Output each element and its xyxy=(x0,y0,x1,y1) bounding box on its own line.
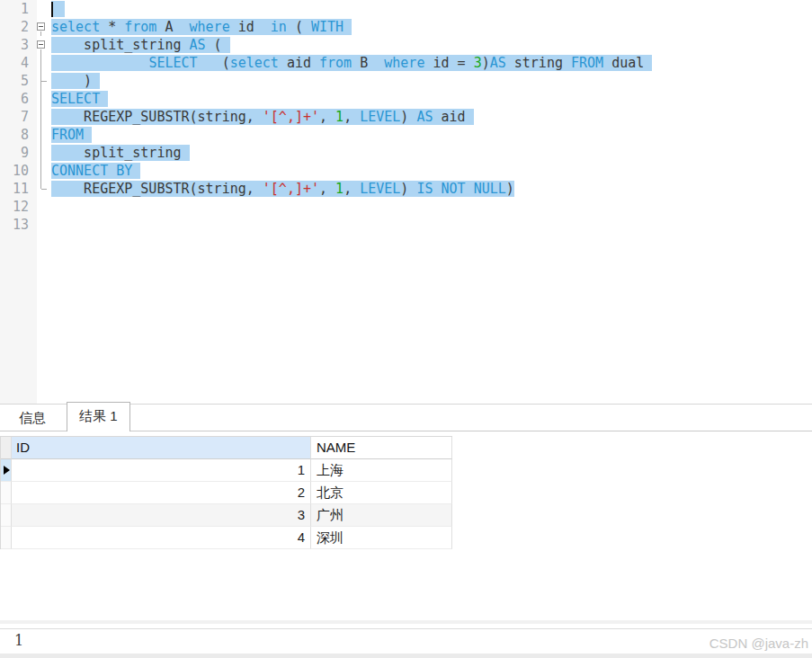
code-line[interactable]: 11 REGEXP_SUBSTR(string, '[^,]+', 1, LEV… xyxy=(0,180,812,198)
cell-name[interactable]: 上海 xyxy=(311,459,452,482)
cell-id[interactable]: 2 xyxy=(12,482,311,504)
code-line[interactable]: 9 split_string xyxy=(0,144,812,162)
fold-guide xyxy=(34,162,48,180)
fold-guide xyxy=(34,0,48,18)
code-text: REGEXP_SUBSTR(string, '[^,]+', 1, LEVEL)… xyxy=(48,180,514,198)
code-text: select * from A where id in ( WITH xyxy=(48,18,352,36)
fold-guide xyxy=(34,72,48,90)
watermark-text: CSDN @java-zh xyxy=(709,636,808,651)
fold-guide xyxy=(34,144,48,162)
grid-header-stub xyxy=(1,437,12,459)
fold-toggle-icon[interactable] xyxy=(34,36,48,54)
code-line[interactable]: 5 ) xyxy=(0,72,812,90)
code-text: FROM xyxy=(48,126,92,144)
code-line[interactable]: 3 split_string AS ( xyxy=(0,36,812,54)
line-number: 5 xyxy=(0,72,34,90)
status-divider xyxy=(0,628,812,629)
fold-guide xyxy=(34,216,48,234)
code-text xyxy=(48,0,65,18)
code-text xyxy=(48,198,51,216)
line-number: 13 xyxy=(0,216,34,234)
row-selector[interactable] xyxy=(1,459,12,482)
result-grid: ID NAME 1上海2北京3广州4深圳 xyxy=(0,436,452,549)
code-area[interactable]: 12select * from A where id in ( WITH 3 s… xyxy=(0,0,812,234)
code-line[interactable]: 10CONNECT BY xyxy=(0,162,812,180)
code-line[interactable]: 4 SELECT (select aid from B where id = 3… xyxy=(0,54,812,72)
cell-name[interactable]: 北京 xyxy=(311,482,452,504)
code-line[interactable]: 2select * from A where id in ( WITH xyxy=(0,18,812,36)
line-number: 10 xyxy=(0,162,34,180)
column-header-name[interactable]: NAME xyxy=(311,437,452,459)
table-row: 4深圳 xyxy=(1,527,452,549)
line-number: 2 xyxy=(0,18,34,36)
footer-strip-top xyxy=(0,620,812,624)
code-text: ) xyxy=(48,72,100,90)
line-number: 8 xyxy=(0,126,34,144)
code-line[interactable]: 7 REGEXP_SUBSTR(string, '[^,]+', 1, LEVE… xyxy=(0,108,812,126)
fold-guide xyxy=(34,180,48,198)
fold-guide xyxy=(34,126,48,144)
cell-name[interactable]: 深圳 xyxy=(311,527,452,549)
cell-id[interactable]: 3 xyxy=(12,504,311,527)
fold-guide xyxy=(34,108,48,126)
code-line[interactable]: 1 xyxy=(0,0,812,18)
table-row: 1上海 xyxy=(1,459,452,482)
code-text: CONNECT BY xyxy=(48,162,140,180)
code-text: split_string xyxy=(48,144,190,162)
line-number: 11 xyxy=(0,180,34,198)
code-text: split_string AS ( xyxy=(48,36,230,54)
fold-guide xyxy=(34,90,48,108)
column-header-id[interactable]: ID xyxy=(12,437,311,459)
code-text: SELECT (select aid from B where id = 3)A… xyxy=(48,54,652,72)
row-selector[interactable] xyxy=(1,482,12,504)
table-row: 3广州 xyxy=(1,504,452,527)
code-line[interactable]: 8FROM xyxy=(0,126,812,144)
line-number: 12 xyxy=(0,198,34,216)
row-selector[interactable] xyxy=(1,504,12,527)
code-line[interactable]: 13 xyxy=(0,216,812,234)
record-count: 1 xyxy=(14,632,23,649)
line-number: 3 xyxy=(0,36,34,54)
code-text: REGEXP_SUBSTR(string, '[^,]+', 1, LEVEL)… xyxy=(48,108,474,126)
cell-id[interactable]: 4 xyxy=(12,527,311,549)
grid-header-row: ID NAME xyxy=(1,437,452,459)
fold-toggle-icon[interactable] xyxy=(34,18,48,36)
cell-id[interactable]: 1 xyxy=(12,459,311,482)
line-number: 4 xyxy=(0,54,34,72)
line-number: 6 xyxy=(0,90,34,108)
code-text xyxy=(48,216,51,234)
bottom-tab-bar: 信息 结果 1 xyxy=(0,405,812,431)
line-number: 1 xyxy=(0,0,34,18)
code-text: SELECT xyxy=(48,90,108,108)
code-line[interactable]: 12 xyxy=(0,198,812,216)
fold-guide xyxy=(34,54,48,72)
current-row-arrow-icon xyxy=(4,466,10,475)
code-line[interactable]: 6SELECT xyxy=(0,90,812,108)
fold-guide xyxy=(34,198,48,216)
table-row: 2北京 xyxy=(1,482,452,504)
cell-name[interactable]: 广州 xyxy=(311,504,452,527)
footer-strip-bottom xyxy=(0,654,812,658)
sql-editor-pane[interactable]: 12select * from A where id in ( WITH 3 s… xyxy=(0,0,812,405)
tab-info[interactable]: 信息 xyxy=(8,406,57,431)
tab-result-1[interactable]: 结果 1 xyxy=(67,402,130,431)
line-number: 7 xyxy=(0,108,34,126)
row-selector[interactable] xyxy=(1,527,12,549)
grid-body: 1上海2北京3广州4深圳 xyxy=(1,459,452,549)
line-number: 9 xyxy=(0,144,34,162)
